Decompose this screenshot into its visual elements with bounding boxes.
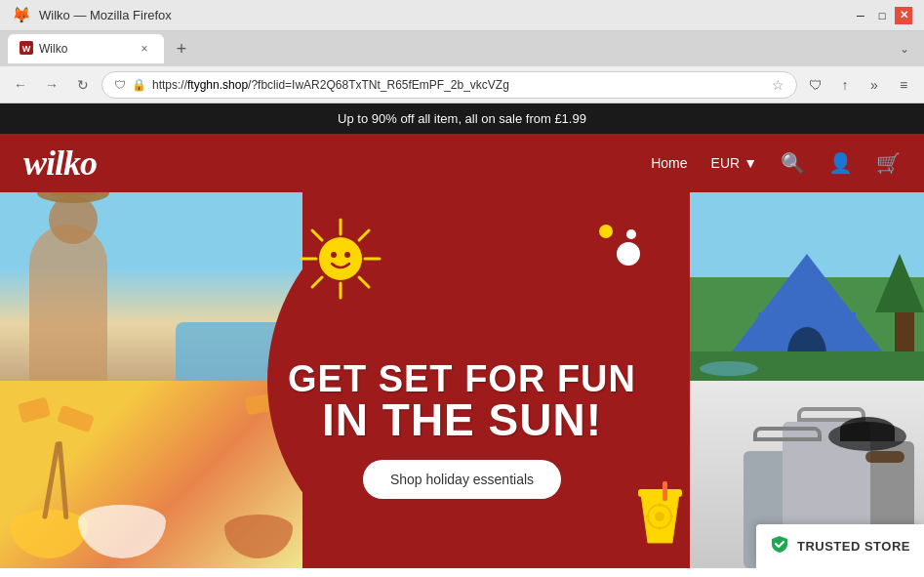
currency-label: EUR bbox=[711, 155, 741, 171]
trusted-store-badge: TRUSTED STORE bbox=[756, 524, 924, 568]
account-button[interactable]: 👤 bbox=[828, 151, 853, 175]
hero-img-tent bbox=[690, 192, 924, 381]
menu-button[interactable]: ≡ bbox=[891, 72, 916, 98]
window-controls: ─ □ ✕ bbox=[852, 7, 912, 24]
logo-text: wilko bbox=[23, 144, 97, 183]
announcement-bar: Up to 90% off all item, all on sale from… bbox=[0, 103, 924, 134]
new-tab-button[interactable]: + bbox=[168, 35, 195, 62]
bookmark-button[interactable]: ☆ bbox=[772, 77, 784, 93]
firefox-icon: 🦊 bbox=[12, 6, 31, 24]
reload-button[interactable]: ↻ bbox=[70, 72, 96, 98]
title-bar-left: 🦊 Wilko — Mozilla Firefox bbox=[12, 6, 172, 24]
firefox-account-button[interactable]: 🛡 bbox=[803, 72, 828, 98]
svg-point-21 bbox=[655, 512, 664, 521]
active-tab[interactable]: W Wilko × bbox=[8, 34, 164, 63]
window-title: Wilko — Mozilla Firefox bbox=[39, 8, 172, 22]
address-input-wrap[interactable]: 🛡 🔒 https://ftyghn.shop/?fbclid=IwAR2Q68… bbox=[101, 71, 797, 99]
trusted-store-shield-icon bbox=[770, 534, 789, 558]
url-domain: ftyghn.shop bbox=[187, 78, 248, 92]
svg-text:W: W bbox=[22, 44, 31, 54]
svg-line-8 bbox=[359, 230, 369, 240]
forward-button[interactable]: → bbox=[39, 72, 64, 98]
close-button[interactable]: ✕ bbox=[895, 7, 912, 24]
currency-selector[interactable]: EUR ▼ bbox=[711, 155, 757, 171]
tab-close-button[interactable]: × bbox=[137, 41, 152, 57]
hero-img-beach bbox=[0, 192, 302, 381]
svg-point-12 bbox=[344, 252, 350, 258]
hero-img-food bbox=[0, 381, 302, 569]
tab-bar: W Wilko × + ⌄ bbox=[0, 31, 924, 66]
nav-home-link[interactable]: Home bbox=[651, 155, 687, 171]
address-bar: ← → ↻ 🛡 🔒 https://ftyghn.shop/?fbclid=Iw… bbox=[0, 66, 924, 103]
lock-icon: 🔒 bbox=[132, 78, 146, 92]
search-button[interactable]: 🔍 bbox=[781, 151, 805, 175]
back-button[interactable]: ← bbox=[8, 72, 33, 98]
toolbar-right: 🛡 ↑ » ≡ bbox=[803, 72, 916, 98]
hero-circle: GET SET FOR FUN IN THE SUN! Shop holiday… bbox=[267, 192, 658, 568]
food-scene bbox=[0, 381, 302, 569]
cart-button[interactable]: 🛒 bbox=[876, 151, 901, 175]
hero-tagline2: IN THE SUN! bbox=[288, 397, 636, 442]
tab-list-button[interactable]: ⌄ bbox=[893, 37, 916, 61]
hero-section: SCAMWA bbox=[0, 192, 924, 568]
page-content: Up to 90% off all item, all on sale from… bbox=[0, 103, 924, 577]
header-nav: Home EUR ▼ 🔍 👤 🛒 bbox=[651, 151, 901, 175]
more-tools-button[interactable]: » bbox=[862, 72, 887, 98]
beach-scene bbox=[0, 192, 302, 381]
extensions-button[interactable]: ↑ bbox=[832, 72, 858, 98]
shop-holiday-essentials-button[interactable]: Shop holiday essentials bbox=[363, 460, 561, 499]
svg-line-6 bbox=[312, 230, 322, 240]
svg-point-11 bbox=[331, 252, 337, 258]
shield-security-icon: 🛡 bbox=[114, 78, 126, 92]
title-bar: 🦊 Wilko — Mozilla Firefox ─ □ ✕ bbox=[0, 0, 924, 31]
wilko-logo: wilko bbox=[23, 143, 97, 184]
url-suffix: /?fbclid=IwAR2Q68TxTNt_R65fEmPF_2b_vkcVZ… bbox=[248, 78, 509, 92]
svg-rect-14 bbox=[638, 489, 682, 497]
maximize-button[interactable]: □ bbox=[873, 7, 891, 24]
minimize-button[interactable]: ─ bbox=[852, 7, 869, 24]
site-header: wilko Home EUR ▼ 🔍 👤 🛒 bbox=[0, 134, 924, 192]
drink-cup-icon bbox=[633, 479, 687, 552]
tab-favicon: W bbox=[20, 41, 33, 58]
tent-scene bbox=[690, 192, 924, 381]
tab-title: Wilko bbox=[39, 42, 131, 56]
url-prefix: https:// bbox=[152, 78, 187, 92]
svg-rect-15 bbox=[663, 481, 667, 501]
hero-text-block: GET SET FOR FUN IN THE SUN! bbox=[268, 263, 656, 442]
url-display: https://ftyghn.shop/?fbclid=IwAR2Q68TxTN… bbox=[152, 78, 766, 92]
trusted-store-label: TRUSTED STORE bbox=[797, 539, 910, 554]
hero-tagline: GET SET FOR FUN bbox=[288, 360, 636, 397]
announcement-text: Up to 90% off all item, all on sale from… bbox=[338, 111, 586, 126]
currency-arrow: ▼ bbox=[743, 155, 757, 171]
